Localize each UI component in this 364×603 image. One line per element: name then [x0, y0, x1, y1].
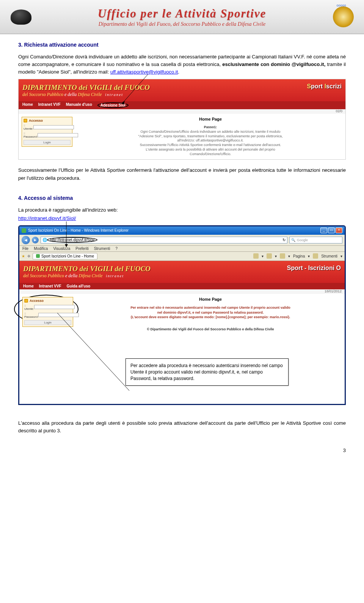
ss2-utente-input[interactable] [34, 305, 75, 309]
ss2-login-text3: (L'account deve essere digitato nel segu… [80, 315, 341, 320]
tab-favicon-icon [36, 254, 40, 258]
ss2-accesso-title: Accesso [30, 299, 44, 303]
refresh-icon[interactable]: ↻ [282, 238, 286, 242]
menu-preferiti[interactable]: Preferiti [75, 247, 88, 251]
section3-paragraph2: Successivamente l'Ufficio per le Attivit… [18, 166, 346, 182]
feed-icon[interactable] [267, 253, 272, 259]
menu-modifica[interactable]: Modifica [34, 247, 48, 251]
menu-file[interactable]: File [22, 247, 28, 251]
gear-icon[interactable] [313, 253, 318, 259]
callout-accesso: Per accedere alla procedura è necessario… [126, 358, 289, 386]
ss2-intranet-label: intranet [106, 274, 124, 278]
ss2-right-title: Sport - Iscrizioni O [287, 265, 341, 272]
ss1-dip-sub2: Difesa Civile [78, 92, 102, 97]
ss2-password-input[interactable] [38, 313, 79, 317]
section3-para1d: . [178, 69, 179, 75]
ss1-passo3: all'indirizzo: uff.attivitasportive@vigi… [79, 138, 342, 143]
ss1-passo1: Ogni Comando/Direzione/Ufficio dovrà ind… [79, 130, 342, 134]
lock-icon [24, 299, 28, 303]
header-subtitle: Dipartimento dei Vigili del Fuoco, del S… [34, 21, 330, 27]
close-button[interactable]: × [336, 228, 342, 233]
ss2-utente-label: :: Utente: [24, 304, 34, 311]
ie-window-title: Sport Iscrizioni On Line - Home - Window… [28, 228, 129, 232]
section3-para1b: esclusivamente con dominio @vigilfuoco.i… [222, 61, 325, 67]
ss2-login-text1: Per entrare nel sito è necessario autent… [80, 305, 341, 310]
ss1-header-bar: DIPARTIMENTO dei VIGILI del FUOCO del So… [19, 79, 345, 101]
section4-heading: 4. Accesso al sistema [18, 195, 346, 201]
header-title: Ufficio per le Attività Sportive [34, 7, 330, 20]
print-icon[interactable] [280, 253, 285, 259]
back-button[interactable]: ◄ [22, 236, 30, 244]
email-link[interactable]: uff.attivitasportive@vigilfuoco.it [110, 69, 178, 75]
ss1-passo4: Successivamente l'Ufficio Attività Sport… [79, 143, 342, 148]
lock-icon [24, 119, 27, 122]
section3-heading: 3. Richiesta attivazione account [18, 42, 346, 48]
ie-tab-label: Sport Iscrizioni On Line - Home [41, 254, 94, 258]
header-banner: Ufficio per le Attività Sportive Diparti… [0, 0, 364, 34]
ss2-dip-sub2: Difesa Civile [78, 273, 102, 278]
ss1-passo5: L'utente assegnato avrà la possibilità d… [79, 148, 342, 152]
header-text: Ufficio per le Attività Sportive Diparti… [34, 7, 330, 27]
ss2-nav-home[interactable]: Home [23, 284, 34, 288]
address-bar[interactable]: 🌐 http://intranet.dipvvf.it/Siol/ ↻ [41, 237, 287, 243]
screenshot-siol-adesione: DIPARTIMENTO dei VIGILI del FUOCO del So… [18, 79, 346, 160]
minimize-button[interactable]: _ [320, 228, 327, 233]
ie-tabs: ★ ✥ Sport Iscrizioni On Line - Home ▾ ▾ … [19, 252, 345, 261]
ie-app-icon [22, 228, 26, 233]
ie-titlebar: Sport Iscrizioni On Line - Home - Window… [19, 226, 345, 235]
ss2-nav: Home Intranet VVF Guida all'uso [19, 283, 345, 289]
forward-button[interactable]: ► [32, 237, 39, 243]
ss2-login-button[interactable]: Login [24, 320, 71, 325]
ss1-dip-title: DIPARTIMENTO dei VIGILI del FUOCO [22, 83, 150, 92]
ss2-nav-intranet[interactable]: Intranet VVF [39, 284, 61, 288]
badge-logo-icon: ooooo [330, 4, 356, 30]
ss1-nav: Home Intranet VVF Manuale d'uso Adesione… [19, 101, 345, 109]
ss1-utente-label: :: Utente: [24, 124, 33, 130]
ss1-passo-title: Passo1: [79, 125, 342, 130]
ss1-dip-sub1: del Soccorso Pubblico [22, 92, 63, 97]
ss2-login-text2: nel dominio dipvvf.it, e nel campo Passw… [80, 310, 341, 315]
menu-visualizza[interactable]: Visualizza [53, 247, 70, 251]
ss2-main: Home Page Per entrare nel sito è necessa… [76, 294, 345, 355]
ss1-accesso-title: Accesso [29, 119, 43, 122]
screenshot-ie-window: Sport Iscrizioni On Line - Home - Window… [18, 225, 346, 405]
helmet-logo-icon [8, 4, 34, 30]
page-number: 3 [0, 445, 364, 461]
ss1-nav-adesione[interactable]: Adesione Siol [97, 102, 129, 108]
ss2-copyright: © Dipartimento dei Vigili del Fuoco del … [80, 327, 341, 331]
ss1-intranet-label: intranet [105, 93, 123, 97]
ss2-nav-guida[interactable]: Guida all'uso [67, 284, 90, 288]
favorites-icon[interactable]: ★ [22, 254, 25, 258]
search-input[interactable]: 🔍 Google [289, 237, 342, 243]
ss1-nav-home[interactable]: Home [22, 102, 33, 108]
section3-paragraph1: Ogni Comando/Direzione dovrà individuare… [18, 53, 346, 76]
ss1-password-input[interactable] [38, 133, 78, 137]
ss2-accesso-box: Accesso :: Utente: :: Password: Login [22, 297, 73, 327]
ss2-hp-title: Home Page [80, 297, 341, 302]
ss1-nav-intranet[interactable]: Intranet VVF [38, 102, 61, 108]
section4-url-link[interactable]: http://intranet.dipvvf.it/Siol/ [18, 215, 76, 221]
ss1-dip-sub-e: e della [63, 92, 78, 97]
ss1-passo6: Comando/Direzione/Ufficio. [79, 152, 342, 157]
home-icon[interactable] [253, 253, 259, 259]
ss1-accesso-box: Accesso :: Utente: :: Password: Login [22, 117, 72, 147]
ss1-utente-input[interactable] [33, 125, 74, 129]
ss1-nav-manuale[interactable]: Manuale d'uso [66, 102, 92, 108]
ss1-date: 02/0 [19, 109, 345, 114]
ss2-password-label: :: Password: [24, 312, 38, 319]
ss1-password-label: :: Password: [24, 132, 38, 138]
ss1-login-button[interactable]: Login [24, 140, 71, 145]
globe-icon: 🌐 [42, 238, 47, 242]
address-url: http://intranet.dipvvf.it/Siol/ [47, 237, 97, 243]
tool-pagina[interactable]: Pagina [293, 254, 305, 258]
ie-menubar: File Modifica Visualizza Preferiti Strum… [19, 246, 345, 252]
ie-tab-active[interactable]: Sport Iscrizioni On Line - Home [33, 253, 97, 259]
tool-strumenti[interactable]: Strumenti [321, 254, 337, 258]
menu-strumenti[interactable]: Strumenti [94, 247, 110, 251]
maximize-button[interactable]: ▭ [328, 228, 335, 233]
ss1-hp-title: Home Page [79, 117, 342, 121]
ss2-dip-sub-e: e della [64, 273, 78, 278]
menu-help[interactable]: ? [115, 247, 118, 251]
ss2-dip-sub1: del Soccorso Pubblico [23, 273, 64, 278]
search-placeholder: Google [297, 238, 308, 242]
